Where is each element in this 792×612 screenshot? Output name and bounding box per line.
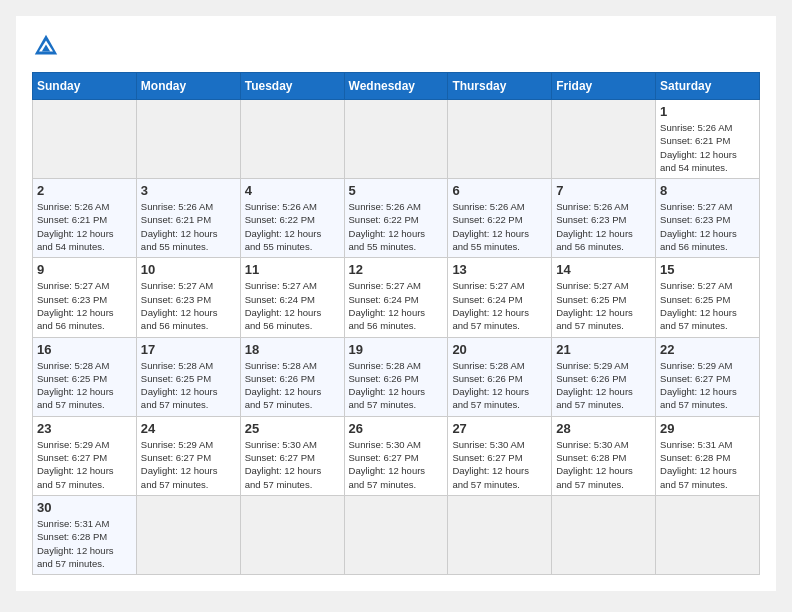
day-info: Sunrise: 5:26 AMSunset: 6:23 PMDaylight:… — [556, 200, 651, 253]
day-info: Sunrise: 5:28 AMSunset: 6:26 PMDaylight:… — [349, 359, 444, 412]
logo — [32, 32, 64, 60]
day-info: Sunrise: 5:27 AMSunset: 6:24 PMDaylight:… — [452, 279, 547, 332]
calendar-cell: 7Sunrise: 5:26 AMSunset: 6:23 PMDaylight… — [552, 179, 656, 258]
day-info: Sunrise: 5:29 AMSunset: 6:27 PMDaylight:… — [141, 438, 236, 491]
day-number: 28 — [556, 421, 651, 436]
calendar-cell: 5Sunrise: 5:26 AMSunset: 6:22 PMDaylight… — [344, 179, 448, 258]
header — [32, 32, 760, 60]
day-number: 23 — [37, 421, 132, 436]
day-number: 21 — [556, 342, 651, 357]
day-info: Sunrise: 5:27 AMSunset: 6:23 PMDaylight:… — [660, 200, 755, 253]
calendar-cell: 4Sunrise: 5:26 AMSunset: 6:22 PMDaylight… — [240, 179, 344, 258]
calendar-cell — [552, 495, 656, 574]
day-number: 10 — [141, 262, 236, 277]
calendar-cell: 16Sunrise: 5:28 AMSunset: 6:25 PMDayligh… — [33, 337, 137, 416]
day-number: 17 — [141, 342, 236, 357]
logo-icon — [32, 32, 60, 60]
day-number: 19 — [349, 342, 444, 357]
weekday-header-sunday: Sunday — [33, 73, 137, 100]
calendar-cell — [344, 495, 448, 574]
calendar-cell: 18Sunrise: 5:28 AMSunset: 6:26 PMDayligh… — [240, 337, 344, 416]
calendar-cell — [136, 495, 240, 574]
week-row-2: 2Sunrise: 5:26 AMSunset: 6:21 PMDaylight… — [33, 179, 760, 258]
day-number: 20 — [452, 342, 547, 357]
day-info: Sunrise: 5:27 AMSunset: 6:24 PMDaylight:… — [245, 279, 340, 332]
week-row-1: 1Sunrise: 5:26 AMSunset: 6:21 PMDaylight… — [33, 100, 760, 179]
calendar-cell — [552, 100, 656, 179]
calendar-cell: 12Sunrise: 5:27 AMSunset: 6:24 PMDayligh… — [344, 258, 448, 337]
day-info: Sunrise: 5:31 AMSunset: 6:28 PMDaylight:… — [660, 438, 755, 491]
day-info: Sunrise: 5:27 AMSunset: 6:23 PMDaylight:… — [37, 279, 132, 332]
calendar-cell: 15Sunrise: 5:27 AMSunset: 6:25 PMDayligh… — [656, 258, 760, 337]
day-info: Sunrise: 5:26 AMSunset: 6:22 PMDaylight:… — [452, 200, 547, 253]
day-number: 12 — [349, 262, 444, 277]
day-number: 30 — [37, 500, 132, 515]
calendar-cell: 26Sunrise: 5:30 AMSunset: 6:27 PMDayligh… — [344, 416, 448, 495]
calendar-cell — [33, 100, 137, 179]
day-number: 26 — [349, 421, 444, 436]
calendar-cell: 17Sunrise: 5:28 AMSunset: 6:25 PMDayligh… — [136, 337, 240, 416]
day-info: Sunrise: 5:30 AMSunset: 6:27 PMDaylight:… — [349, 438, 444, 491]
calendar-cell: 20Sunrise: 5:28 AMSunset: 6:26 PMDayligh… — [448, 337, 552, 416]
day-number: 14 — [556, 262, 651, 277]
day-info: Sunrise: 5:28 AMSunset: 6:25 PMDaylight:… — [141, 359, 236, 412]
calendar-cell: 24Sunrise: 5:29 AMSunset: 6:27 PMDayligh… — [136, 416, 240, 495]
day-info: Sunrise: 5:30 AMSunset: 6:27 PMDaylight:… — [245, 438, 340, 491]
calendar-cell — [240, 495, 344, 574]
calendar-cell: 9Sunrise: 5:27 AMSunset: 6:23 PMDaylight… — [33, 258, 137, 337]
day-info: Sunrise: 5:28 AMSunset: 6:25 PMDaylight:… — [37, 359, 132, 412]
day-number: 15 — [660, 262, 755, 277]
calendar-cell — [448, 100, 552, 179]
weekday-header-friday: Friday — [552, 73, 656, 100]
day-info: Sunrise: 5:29 AMSunset: 6:26 PMDaylight:… — [556, 359, 651, 412]
day-info: Sunrise: 5:26 AMSunset: 6:21 PMDaylight:… — [141, 200, 236, 253]
calendar: SundayMondayTuesdayWednesdayThursdayFrid… — [32, 72, 760, 575]
day-info: Sunrise: 5:30 AMSunset: 6:27 PMDaylight:… — [452, 438, 547, 491]
day-number: 22 — [660, 342, 755, 357]
day-number: 5 — [349, 183, 444, 198]
day-number: 9 — [37, 262, 132, 277]
day-info: Sunrise: 5:26 AMSunset: 6:21 PMDaylight:… — [660, 121, 755, 174]
calendar-cell: 23Sunrise: 5:29 AMSunset: 6:27 PMDayligh… — [33, 416, 137, 495]
calendar-cell: 21Sunrise: 5:29 AMSunset: 6:26 PMDayligh… — [552, 337, 656, 416]
day-number: 3 — [141, 183, 236, 198]
day-number: 27 — [452, 421, 547, 436]
calendar-cell: 30Sunrise: 5:31 AMSunset: 6:28 PMDayligh… — [33, 495, 137, 574]
calendar-cell: 11Sunrise: 5:27 AMSunset: 6:24 PMDayligh… — [240, 258, 344, 337]
weekday-header-wednesday: Wednesday — [344, 73, 448, 100]
calendar-body: 1Sunrise: 5:26 AMSunset: 6:21 PMDaylight… — [33, 100, 760, 575]
calendar-cell — [240, 100, 344, 179]
calendar-cell: 28Sunrise: 5:30 AMSunset: 6:28 PMDayligh… — [552, 416, 656, 495]
calendar-cell — [136, 100, 240, 179]
day-info: Sunrise: 5:27 AMSunset: 6:25 PMDaylight:… — [556, 279, 651, 332]
calendar-cell: 29Sunrise: 5:31 AMSunset: 6:28 PMDayligh… — [656, 416, 760, 495]
page: SundayMondayTuesdayWednesdayThursdayFrid… — [16, 16, 776, 591]
weekday-row: SundayMondayTuesdayWednesdayThursdayFrid… — [33, 73, 760, 100]
week-row-5: 23Sunrise: 5:29 AMSunset: 6:27 PMDayligh… — [33, 416, 760, 495]
day-number: 11 — [245, 262, 340, 277]
day-info: Sunrise: 5:26 AMSunset: 6:22 PMDaylight:… — [245, 200, 340, 253]
calendar-cell: 13Sunrise: 5:27 AMSunset: 6:24 PMDayligh… — [448, 258, 552, 337]
calendar-cell: 10Sunrise: 5:27 AMSunset: 6:23 PMDayligh… — [136, 258, 240, 337]
day-info: Sunrise: 5:27 AMSunset: 6:24 PMDaylight:… — [349, 279, 444, 332]
day-number: 16 — [37, 342, 132, 357]
calendar-cell: 3Sunrise: 5:26 AMSunset: 6:21 PMDaylight… — [136, 179, 240, 258]
day-number: 24 — [141, 421, 236, 436]
day-info: Sunrise: 5:31 AMSunset: 6:28 PMDaylight:… — [37, 517, 132, 570]
calendar-cell: 25Sunrise: 5:30 AMSunset: 6:27 PMDayligh… — [240, 416, 344, 495]
weekday-header-saturday: Saturday — [656, 73, 760, 100]
day-info: Sunrise: 5:30 AMSunset: 6:28 PMDaylight:… — [556, 438, 651, 491]
day-number: 7 — [556, 183, 651, 198]
day-number: 2 — [37, 183, 132, 198]
calendar-cell — [656, 495, 760, 574]
calendar-cell: 2Sunrise: 5:26 AMSunset: 6:21 PMDaylight… — [33, 179, 137, 258]
calendar-cell: 1Sunrise: 5:26 AMSunset: 6:21 PMDaylight… — [656, 100, 760, 179]
weekday-header-tuesday: Tuesday — [240, 73, 344, 100]
day-info: Sunrise: 5:29 AMSunset: 6:27 PMDaylight:… — [37, 438, 132, 491]
day-number: 4 — [245, 183, 340, 198]
day-number: 6 — [452, 183, 547, 198]
day-number: 8 — [660, 183, 755, 198]
week-row-6: 30Sunrise: 5:31 AMSunset: 6:28 PMDayligh… — [33, 495, 760, 574]
calendar-cell: 19Sunrise: 5:28 AMSunset: 6:26 PMDayligh… — [344, 337, 448, 416]
calendar-cell: 22Sunrise: 5:29 AMSunset: 6:27 PMDayligh… — [656, 337, 760, 416]
